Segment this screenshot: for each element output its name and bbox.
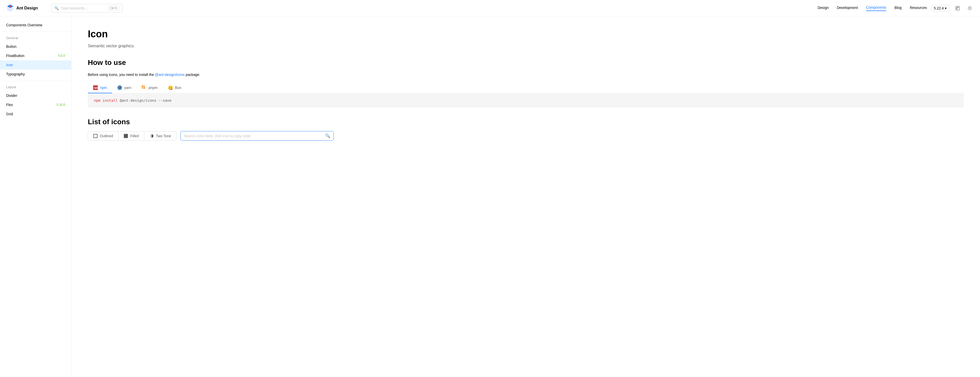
pkg-tab-npm-label: npm [100, 86, 107, 90]
main-nav: Design Development Components Blog Resou… [818, 5, 927, 11]
package-tabs: npm npm 🧶 yarn pnpm [88, 83, 964, 93]
bun-icon: 😋 [168, 85, 173, 90]
search-shortcut: Ctrl K [108, 6, 119, 11]
sidebar: Components Overview General Button Float… [0, 16, 72, 377]
pnpm-icon [142, 85, 146, 90]
svg-rect-13 [143, 87, 145, 89]
code-block: npm install @ant-design/icons --save [88, 93, 964, 108]
svg-rect-12 [142, 87, 143, 89]
sidebar-item-label: Grid [6, 112, 13, 116]
nav-design[interactable]: Design [818, 6, 829, 11]
filter-tab-twotone[interactable]: Two Tone [144, 132, 177, 140]
search-icon: 🔍 [54, 6, 59, 10]
install-intro-after: package: [185, 73, 200, 77]
sidebar-item-grid[interactable]: Grid [0, 109, 71, 118]
sidebar-item-divider[interactable]: Divider [0, 91, 71, 100]
sidebar-section-layout: Layout [0, 83, 71, 91]
twotone-icon [150, 134, 154, 138]
svg-text:🧶: 🧶 [118, 87, 121, 89]
search-placeholder-text: Type keywords... [61, 6, 88, 10]
nav-components[interactable]: Components [866, 5, 886, 11]
icon-search-button[interactable]: 🔍 [325, 133, 330, 138]
filled-icon [124, 134, 128, 138]
flex-badge: 5.10.0 [57, 103, 65, 107]
sidebar-divider-1 [0, 32, 71, 32]
logo-text: Ant Design [16, 6, 38, 11]
sidebar-item-icon[interactable]: Icon [0, 60, 71, 70]
svg-rect-2 [956, 7, 957, 8]
nav-development[interactable]: Development [837, 6, 858, 11]
filter-tab-filled-label: Filled [130, 134, 138, 138]
svg-rect-10 [142, 85, 143, 87]
page-title: Icon [88, 29, 964, 40]
pkg-tab-yarn-label: yarn [124, 86, 131, 90]
sidebar-item-components-overview[interactable]: Components Overview [0, 21, 71, 30]
sidebar-divider-2 [0, 81, 71, 81]
sidebar-item-label: Icon [6, 63, 13, 67]
filter-tab-twotone-label: Two Tone [156, 134, 171, 138]
list-of-icons-title: List of icons [88, 118, 964, 126]
sidebar-item-label: Components Overview [6, 23, 42, 27]
theme-icon[interactable] [966, 4, 974, 12]
nav-resources[interactable]: Resources [910, 6, 927, 11]
svg-rect-1 [956, 6, 959, 10]
npm-icon: npm [93, 85, 98, 90]
filter-tab-filled[interactable]: Filled [118, 132, 144, 140]
install-intro: Before using icons, you need to install … [88, 72, 964, 77]
version-label: 5.22.4 [934, 6, 944, 10]
sidebar-item-label: Button [6, 45, 16, 49]
sidebar-section-general: General [0, 34, 71, 42]
sidebar-item-label: Typography [6, 72, 25, 76]
pkg-tab-bun[interactable]: 😋 Bun [163, 83, 187, 93]
install-intro-before: Before using icons, you need to install … [88, 73, 155, 77]
github-icon[interactable] [953, 4, 962, 12]
pkg-tab-bun-label: Bun [175, 86, 181, 90]
filter-row: Outlined Filled [88, 131, 964, 141]
pkg-tab-pnpm[interactable]: pnpm [136, 83, 162, 93]
code-package: @ant-design/icons --save [120, 98, 171, 102]
svg-text:npm: npm [94, 86, 97, 89]
sidebar-item-button[interactable]: Button [0, 42, 71, 51]
filter-tab-outlined-label: Outlined [100, 134, 113, 138]
filter-tabs: Outlined Filled [88, 131, 177, 141]
icon-search-input[interactable] [184, 134, 323, 138]
main-content: Icon Semantic vector graphics. How to us… [72, 16, 980, 377]
header: Ant Design 🔍 Type keywords... Ctrl K Des… [0, 0, 980, 16]
svg-rect-11 [143, 85, 145, 87]
sidebar-item-label: Divider [6, 94, 18, 97]
page-subtitle: Semantic vector graphics. [88, 44, 964, 48]
svg-point-5 [969, 7, 971, 9]
sidebar-item-label: FloatButton [6, 54, 24, 58]
chevron-down-icon: ▾ [945, 6, 947, 10]
sidebar-item-flex[interactable]: Flex 5.10.0 [0, 100, 71, 109]
logo-icon [6, 4, 14, 12]
floatbutton-badge: 5.0.0 [58, 54, 65, 58]
svg-rect-4 [956, 8, 957, 9]
sidebar-item-typography[interactable]: Typography [0, 70, 71, 79]
nav-blog[interactable]: Blog [894, 6, 902, 11]
install-link[interactable]: @ant-design/icons [155, 73, 185, 77]
icon-search[interactable]: 🔍 [180, 131, 334, 141]
pkg-tab-yarn[interactable]: 🧶 yarn [112, 83, 136, 93]
page-layout: Components Overview General Button Float… [0, 16, 980, 377]
pkg-tab-pnpm-label: pnpm [149, 86, 158, 90]
version-selector[interactable]: 5.22.4 ▾ [931, 5, 949, 11]
header-icons [953, 4, 974, 12]
global-search[interactable]: 🔍 Type keywords... Ctrl K [51, 4, 123, 13]
svg-rect-3 [958, 7, 959, 8]
filter-tab-outlined[interactable]: Outlined [88, 132, 118, 140]
sidebar-item-label: Flex [6, 103, 13, 107]
logo-area[interactable]: Ant Design [6, 4, 47, 12]
pkg-tab-npm[interactable]: npm npm [88, 83, 112, 93]
code-install: install [103, 98, 118, 102]
outlined-icon [93, 134, 98, 138]
how-to-use-title: How to use [88, 59, 964, 67]
sidebar-item-floatbutton[interactable]: FloatButton 5.0.0 [0, 51, 71, 60]
code-npm: npm [94, 98, 100, 102]
yarn-icon: 🧶 [117, 85, 122, 90]
